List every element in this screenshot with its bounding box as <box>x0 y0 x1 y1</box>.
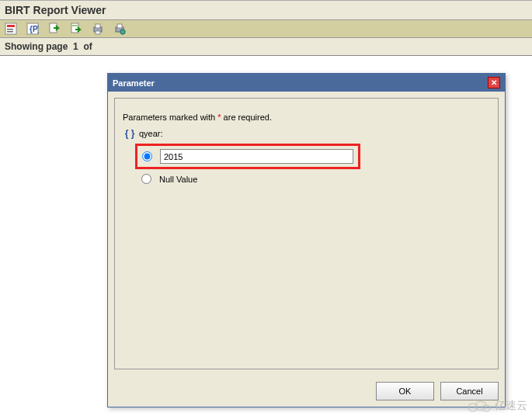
params-icon[interactable]: {P} <box>26 23 39 35</box>
print-icon[interactable] <box>92 23 104 35</box>
close-button[interactable]: ✕ <box>488 77 500 88</box>
svg-rect-11 <box>96 31 100 34</box>
export-data-icon[interactable] <box>70 23 82 35</box>
value-highlight <box>135 144 360 169</box>
watermark-text: 亿速云 <box>495 399 527 413</box>
page-number: 1 <box>73 41 78 52</box>
svg-rect-3 <box>7 31 13 33</box>
param-label: qyear: <box>139 129 163 138</box>
svg-text:{P}: {P} <box>30 25 39 33</box>
param-label-row: { } qyear: <box>124 128 490 139</box>
status-prefix: Showing page <box>5 41 68 52</box>
cloud-icon <box>465 399 492 413</box>
svg-rect-10 <box>96 24 100 28</box>
dialog-titlebar: Parameter ✕ <box>108 74 505 92</box>
close-icon: ✕ <box>491 79 497 87</box>
required-info: Parameters marked with * are required. <box>123 113 490 122</box>
toc-icon[interactable] <box>5 23 17 35</box>
svg-point-14 <box>120 29 125 34</box>
server-print-icon[interactable] <box>113 23 126 35</box>
app-title: BIRT Report Viewer <box>0 0 532 19</box>
toolbar: {P} <box>0 19 532 38</box>
qyear-input[interactable] <box>160 149 353 164</box>
required-post: are required. <box>221 113 272 122</box>
parameter-panel: Parameters marked with * are required. {… <box>114 98 499 369</box>
dialog-body: Parameters marked with * are required. {… <box>108 92 505 376</box>
null-row: Null Value <box>141 172 490 184</box>
export-icon[interactable] <box>48 23 61 35</box>
svg-rect-8 <box>72 25 78 26</box>
value-radio[interactable] <box>142 151 152 161</box>
svg-rect-13 <box>117 24 122 28</box>
cancel-button[interactable]: Cancel <box>440 382 499 400</box>
watermark: 亿速云 <box>465 399 527 413</box>
braces-icon: { } <box>124 128 135 139</box>
null-label: Null Value <box>159 175 197 184</box>
null-radio[interactable] <box>141 174 151 184</box>
status-of: of <box>83 41 92 52</box>
status-bar: Showing page 1 of <box>0 38 532 56</box>
svg-rect-1 <box>7 25 15 27</box>
svg-rect-2 <box>7 29 13 30</box>
ok-button[interactable]: OK <box>376 382 434 400</box>
dialog-footer: OK Cancel <box>108 376 505 407</box>
parameter-dialog: Parameter ✕ Parameters marked with * are… <box>107 73 506 407</box>
required-pre: Parameters marked with <box>123 113 217 122</box>
dialog-title: Parameter <box>113 78 155 88</box>
